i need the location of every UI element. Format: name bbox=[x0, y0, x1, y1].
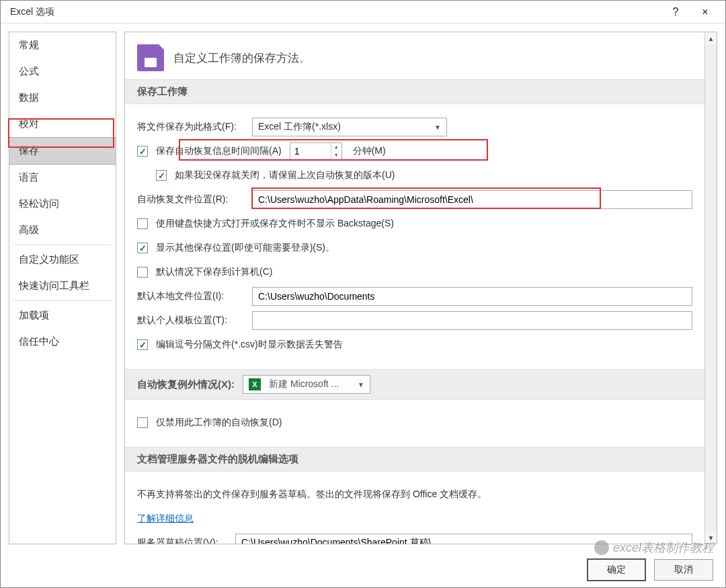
scrollbar-track[interactable] bbox=[705, 44, 717, 532]
sidebar-item-formulas[interactable]: 公式 bbox=[9, 58, 116, 85]
default-local-location-label: 默认本地文件位置(I): bbox=[137, 290, 248, 302]
sidebar: 常规公式数据校对保存语言轻松访问高级自定义功能区快速访问工具栏加载项信任中心 bbox=[9, 32, 116, 544]
show-other-locations-checkbox[interactable] bbox=[137, 243, 148, 253]
default-local-location-input[interactable] bbox=[252, 287, 692, 306]
close-button[interactable]: × bbox=[690, 3, 720, 22]
chevron-down-icon: ▼ bbox=[432, 124, 444, 131]
cancel-button[interactable]: 取消 bbox=[654, 559, 713, 581]
page-title: 自定义工作簿的保存方法。 bbox=[173, 50, 311, 66]
sidebar-item-customize-ribbon[interactable]: 自定义功能区 bbox=[9, 247, 116, 273]
watermark: excel表格制作教程 bbox=[594, 540, 714, 556]
autorecover-location-label: 自动恢复文件位置(R): bbox=[137, 194, 248, 206]
scroll-up-icon[interactable]: ▲ bbox=[705, 32, 717, 44]
sidebar-item-general[interactable]: 常规 bbox=[9, 32, 116, 58]
section-save-workbook: 保存工作簿 bbox=[125, 79, 704, 104]
learn-more-link[interactable]: 了解详细信息 bbox=[137, 513, 194, 525]
autosave-unit: 分钟(M) bbox=[353, 145, 386, 157]
autorecover-location-input[interactable] bbox=[252, 190, 692, 209]
sidebar-item-proofing[interactable]: 校对 bbox=[9, 111, 116, 137]
vertical-scrollbar[interactable]: ▲ ▼ bbox=[704, 32, 717, 544]
ok-button[interactable]: 确定 bbox=[587, 558, 646, 581]
csv-warning-checkbox[interactable] bbox=[137, 339, 148, 350]
workbook-value: 新建 Microsoft ... bbox=[269, 378, 350, 390]
deprecated-text: 不再支持将签出的文件保存到服务器草稿。签出的文件现将保存到 Office 文档缓… bbox=[137, 489, 487, 501]
content-pane: 自定义工作簿的保存方法。 保存工作簿 将文件保存为此格式(F): Excel 工… bbox=[125, 32, 704, 544]
backstage-label: 使用键盘快捷方式打开或保存文件时不显示 Backstage(S) bbox=[156, 218, 394, 230]
excel-file-icon: X bbox=[249, 378, 261, 390]
save-icon bbox=[137, 44, 164, 71]
disable-autorecover-checkbox[interactable] bbox=[137, 417, 148, 428]
file-format-label: 将文件保存为此格式(F): bbox=[137, 121, 248, 133]
keep-last-autosave-checkbox[interactable] bbox=[156, 170, 167, 181]
chevron-down-icon: ▼ bbox=[355, 381, 367, 388]
sidebar-item-trust-center[interactable]: 信任中心 bbox=[9, 329, 116, 355]
titlebar: Excel 选项 ? × bbox=[1, 1, 725, 24]
disable-autorecover-label: 仅禁用此工作簿的自动恢复(D) bbox=[156, 417, 282, 429]
save-to-computer-label: 默认情况下保存到计算机(C) bbox=[156, 266, 272, 278]
csv-warning-label: 编辑逗号分隔文件(*.csv)时显示数据丢失警告 bbox=[156, 339, 343, 351]
watermark-icon bbox=[594, 540, 609, 555]
section-autorecover-exceptions: 自动恢复例外情况(X): X 新建 Microsoft ... ▼ bbox=[125, 369, 704, 400]
window-title: Excel 选项 bbox=[10, 6, 661, 18]
file-format-value: Excel 工作簿(*.xlsx) bbox=[258, 121, 426, 133]
spinner-down-icon[interactable]: ▼ bbox=[331, 151, 341, 159]
sidebar-item-accessibility[interactable]: 轻松访问 bbox=[9, 191, 116, 217]
sidebar-item-addins[interactable]: 加载项 bbox=[9, 302, 116, 329]
file-format-dropdown[interactable]: Excel 工作簿(*.xlsx) ▼ bbox=[252, 118, 447, 136]
page-header: 自定义工作簿的保存方法。 bbox=[125, 32, 704, 79]
autosave-interval-input[interactable] bbox=[290, 143, 331, 159]
watermark-text: excel表格制作教程 bbox=[613, 540, 714, 556]
sidebar-item-language[interactable]: 语言 bbox=[9, 165, 116, 191]
default-template-location-label: 默认个人模板位置(T): bbox=[137, 314, 248, 327]
workbook-dropdown[interactable]: X 新建 Microsoft ... ▼ bbox=[243, 375, 370, 394]
sidebar-separator bbox=[13, 300, 112, 301]
backstage-checkbox[interactable] bbox=[137, 218, 148, 229]
autorecover-exceptions-label: 自动恢复例外情况(X): bbox=[137, 378, 235, 391]
sidebar-item-quick-access[interactable]: 快速访问工具栏 bbox=[9, 273, 116, 299]
sidebar-item-advanced[interactable]: 高级 bbox=[9, 217, 116, 243]
dialog-footer: 确定 取消 bbox=[1, 552, 725, 587]
default-template-location-input[interactable] bbox=[252, 311, 692, 330]
help-button[interactable]: ? bbox=[661, 3, 690, 22]
sidebar-item-save[interactable]: 保存 bbox=[9, 137, 116, 165]
sidebar-item-data[interactable]: 数据 bbox=[9, 85, 116, 111]
keep-last-autosave-label: 如果我没保存就关闭，请保留上次自动恢复的版本(U) bbox=[175, 169, 395, 181]
spinner-up-icon[interactable]: ▲ bbox=[331, 143, 341, 151]
save-to-computer-checkbox[interactable] bbox=[137, 267, 148, 278]
server-draft-location-label: 服务器草稿位置(V): bbox=[137, 537, 231, 544]
autosave-interval-spinner[interactable]: ▲▼ bbox=[290, 142, 342, 160]
section-offline-editing: 文档管理服务器文件的脱机编辑选项 bbox=[125, 447, 704, 472]
show-other-locations-label: 显示其他保存位置(即使可能需要登录)(S)。 bbox=[156, 242, 335, 254]
sidebar-separator bbox=[13, 245, 112, 245]
autosave-label: 保存自动恢复信息时间间隔(A) bbox=[156, 145, 282, 157]
autosave-checkbox[interactable] bbox=[137, 146, 148, 157]
